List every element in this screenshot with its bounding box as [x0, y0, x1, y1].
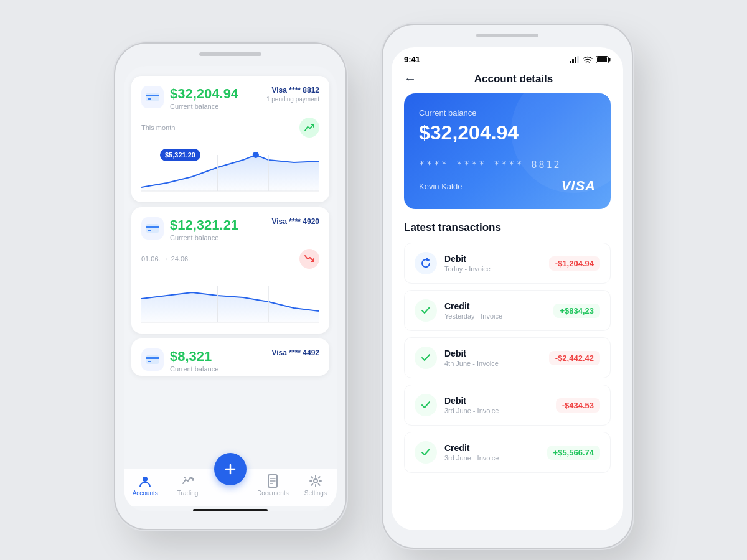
card2-label: Current balance — [170, 234, 238, 241]
card3-label: Current balance — [170, 365, 218, 373]
cc-number: **** **** **** 8812 — [419, 159, 596, 170]
account-card-2[interactable]: $12,321.21 Current balance Visa **** 492… — [131, 207, 329, 334]
tx-type: Credit — [444, 301, 502, 311]
tx-date: Yesterday - Invoice — [444, 312, 502, 320]
card3-balance: $8,321 — [170, 348, 218, 365]
card1-pending: 1 pending payment — [266, 96, 319, 103]
tx-date: Today - Invoice — [444, 265, 491, 273]
check-icon — [415, 394, 437, 416]
tx-date: 4th June - Invoice — [444, 360, 499, 367]
svg-rect-30 — [575, 57, 576, 63]
card1-balance: $32,204.94 — [170, 86, 238, 102]
tx-date: 3rd June - Invoice — [444, 454, 499, 462]
card-icon-1 — [141, 86, 164, 108]
card3-visa: Visa **** 4492 — [271, 348, 319, 357]
phone2-screen: 9:41 — [392, 47, 623, 530]
card2-visa: Visa **** 4920 — [271, 217, 319, 226]
cc-holder-name: Kevin Kalde — [419, 182, 462, 191]
card2-balance: $12,321.21 — [170, 217, 238, 233]
chart-1: $5,321.20 — [141, 142, 319, 192]
settings-icon — [309, 474, 322, 488]
check-icon — [415, 299, 437, 322]
accounts-icon — [138, 474, 152, 488]
svg-rect-9 — [146, 226, 159, 228]
cc-balance-label: Current balance — [419, 108, 596, 118]
status-time: 9:41 — [404, 55, 420, 64]
accounts-scroll[interactable]: $32,204.94 Current balance Visa **** 881… — [124, 71, 337, 469]
cc-balance-value: $32,204.94 — [419, 121, 596, 144]
card1-period: This month — [141, 124, 175, 131]
wifi-icon — [583, 56, 593, 63]
transaction-item[interactable]: Debit 4th June - Invoice -$2,442.42 — [404, 337, 611, 378]
tx-amount: +$5,566.74 — [547, 446, 600, 460]
scene: $32,204.94 Current balance Visa **** 881… — [90, 0, 657, 560]
transactions-title: Latest transactions — [404, 222, 611, 234]
fab-add-button[interactable] — [214, 453, 247, 485]
tx-type: Debit — [444, 254, 491, 264]
svg-point-20 — [143, 477, 148, 482]
cc-brand: VISA — [561, 178, 596, 194]
transaction-item[interactable]: Debit Today - Invoice -$1,204.94 — [404, 243, 611, 284]
detail-header: ← Account details — [392, 67, 623, 93]
svg-point-32 — [587, 63, 588, 63]
svg-rect-0 — [146, 93, 159, 101]
refresh-icon — [415, 252, 437, 274]
detail-title: Account details — [416, 73, 611, 85]
account-card-3[interactable]: $8,321 Current balance Visa **** 4492 — [131, 338, 329, 376]
svg-point-3 — [253, 152, 259, 158]
tx-left: Debit Today - Invoice — [415, 252, 491, 274]
tx-left: Credit Yesterday - Invoice — [415, 299, 502, 322]
trend-down-icon — [299, 249, 319, 269]
credit-card-visual: Current balance $32,204.94 **** **** ***… — [404, 93, 611, 209]
svg-rect-15 — [146, 355, 159, 364]
transaction-item[interactable]: Credit 3rd June - Invoice +$5,566.74 — [404, 432, 611, 473]
transaction-item[interactable]: Debit 3rd June - Invoice -$434.53 — [404, 385, 611, 426]
trend-up-icon — [299, 118, 319, 138]
nav-settings[interactable]: Settings — [294, 474, 337, 497]
signal-icon — [570, 56, 580, 63]
svg-rect-17 — [148, 361, 151, 362]
battery-icon — [596, 56, 611, 63]
chart-2 — [141, 274, 319, 324]
nav-documents-label: Documents — [257, 490, 289, 497]
phone-details: 9:41 — [383, 25, 632, 548]
nav-trading-label: Trading — [177, 490, 199, 497]
nav-documents[interactable]: Documents — [251, 474, 294, 497]
svg-rect-16 — [146, 357, 159, 359]
card-icon-2 — [141, 217, 164, 240]
transaction-list: Debit Today - Invoice -$1,204.94 Credit … — [404, 243, 611, 473]
tx-amount: -$434.53 — [556, 398, 600, 413]
transactions-section: Latest transactions Debit Today - Invoic… — [392, 222, 623, 530]
tx-amount: -$1,204.94 — [549, 256, 600, 271]
account-card-1[interactable]: $32,204.94 Current balance Visa **** 881… — [131, 76, 329, 202]
card1-label: Current balance — [170, 103, 238, 110]
transaction-item[interactable]: Credit Yesterday - Invoice +$834,23 — [404, 290, 611, 331]
card-icon-3 — [141, 348, 164, 371]
svg-rect-2 — [148, 98, 151, 100]
phone-accounts: $32,204.94 Current balance Visa **** 881… — [115, 44, 345, 529]
svg-point-27 — [314, 479, 317, 483]
tx-type: Debit — [444, 348, 499, 358]
svg-rect-1 — [146, 95, 159, 96]
check-icon — [415, 441, 437, 464]
chart1-tooltip: $5,321.20 — [160, 149, 200, 161]
nav-trading[interactable]: Trading — [166, 474, 209, 497]
svg-rect-8 — [146, 224, 159, 233]
tx-amount: -$2,442.42 — [549, 351, 600, 365]
back-button[interactable]: ← — [404, 72, 416, 86]
tx-date: 3rd June - Invoice — [444, 407, 499, 414]
documents-icon — [266, 474, 280, 488]
card2-period: 01.06. → 24.06. — [141, 255, 190, 263]
phone1-screen: $32,204.94 Current balance Visa **** 881… — [124, 66, 337, 511]
tx-left: Debit 3rd June - Invoice — [415, 394, 499, 416]
svg-rect-29 — [572, 59, 574, 63]
trading-icon — [181, 474, 195, 488]
nav-accounts-label: Accounts — [133, 490, 158, 497]
nav-settings-label: Settings — [304, 490, 327, 497]
check-icon — [415, 347, 437, 369]
nav-accounts[interactable]: Accounts — [124, 474, 166, 497]
tx-left: Credit 3rd June - Invoice — [415, 441, 499, 464]
svg-rect-34 — [609, 58, 611, 61]
tx-amount: +$834,23 — [553, 304, 600, 318]
tx-left: Debit 4th June - Invoice — [415, 347, 499, 369]
